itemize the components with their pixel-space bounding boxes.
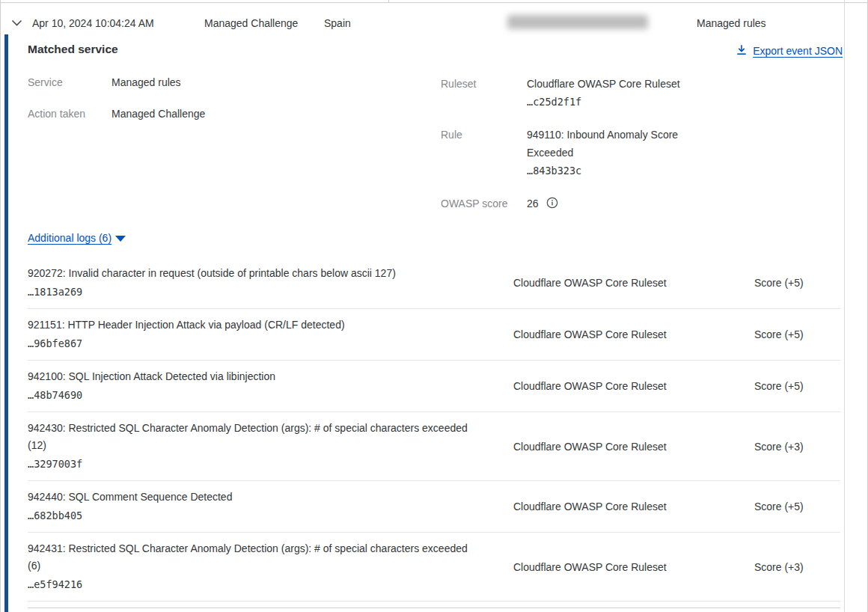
log-row: 942100: SQL Injection Attack Detected vi… <box>28 361 840 412</box>
service-fields: Service Managed rules Action taken Manag… <box>28 75 205 138</box>
export-link-label: Export event JSON <box>753 45 843 57</box>
log-ruleset: Cloudflare OWASP Core Ruleset <box>477 328 716 340</box>
event-timestamp: Apr 10, 2024 10:04:24 AM <box>32 16 154 31</box>
additional-logs-table: 920272: Invalid character in request (ou… <box>28 257 840 602</box>
log-rule-hash: …682bb405 <box>28 507 477 524</box>
field-action-taken: Action taken Managed Challenge <box>28 106 205 122</box>
additional-logs-label: Additional logs (6) <box>28 232 111 244</box>
log-description: 942100: SQL Injection Attack Detected vi… <box>28 370 275 382</box>
owasp-score-value: 26 <box>527 195 539 212</box>
column-divider-tick <box>388 0 389 2</box>
ruleset-fields: Ruleset Cloudflare OWASP Core Ruleset …c… <box>441 75 740 227</box>
log-row: 942430: Restricted SQL Character Anomaly… <box>28 412 840 481</box>
field-label: Ruleset <box>441 75 527 111</box>
download-icon <box>736 44 747 58</box>
log-score: Score (+5) <box>716 277 840 289</box>
field-label: Rule <box>441 126 527 180</box>
log-description: 942440: SQL Comment Sequence Detected <box>28 491 232 503</box>
log-score: Score (+5) <box>716 501 840 512</box>
log-description: 942431: Restricted SQL Character Anomaly… <box>28 542 468 572</box>
additional-logs-toggle[interactable]: Additional logs (6) <box>28 232 126 244</box>
chevron-down-icon <box>11 17 22 28</box>
log-score: Score (+5) <box>716 328 840 340</box>
log-rule-hash: …48b74690 <box>28 386 477 404</box>
ruleset-id-hash: …c25d2f1f <box>527 93 706 111</box>
event-country: Spain <box>324 16 351 31</box>
redacted-host-blur <box>507 15 648 29</box>
field-label: Action taken <box>28 106 111 122</box>
export-event-json-link[interactable]: Export event JSON <box>736 44 843 58</box>
field-value: Managed rules <box>111 75 181 91</box>
event-row[interactable]: Apr 10, 2024 10:04:24 AM Managed Challen… <box>1 3 844 34</box>
owasp-score-info-button[interactable] <box>546 197 558 211</box>
log-rule-hash: …3297003f <box>28 455 477 473</box>
log-row: 942440: SQL Comment Sequence Detected …6… <box>28 481 840 533</box>
rule-id-hash: …843b323c <box>527 162 706 180</box>
log-row: 942431: Restricted SQL Character Anomaly… <box>28 533 840 602</box>
log-description: 921151: HTTP Header Injection Attack via… <box>28 319 345 331</box>
field-label: OWASP score <box>441 195 527 212</box>
field-ruleset: Ruleset Cloudflare OWASP Core Ruleset …c… <box>441 75 740 111</box>
expanded-row-accent-bar <box>4 34 8 612</box>
event-action: Managed Challenge <box>204 16 298 31</box>
field-value: Managed Challenge <box>111 106 205 122</box>
collapse-row-button[interactable] <box>9 16 24 28</box>
log-score: Score (+5) <box>716 380 840 392</box>
log-ruleset: Cloudflare OWASP Core Ruleset <box>477 441 716 453</box>
field-rule: Rule 949110: Inbound Anomaly Score Excee… <box>441 126 740 180</box>
caret-down-icon <box>115 236 126 242</box>
log-score: Score (+3) <box>716 561 840 573</box>
event-service: Managed rules <box>697 16 766 31</box>
event-details-panel: Apr 10, 2024 10:04:24 AM Managed Challen… <box>0 0 868 612</box>
log-description: 942430: Restricted SQL Character Anomaly… <box>28 422 468 451</box>
log-ruleset: Cloudflare OWASP Core Ruleset <box>477 561 716 573</box>
panel-title: Matched service <box>28 43 118 56</box>
right-column-divider <box>844 0 845 612</box>
info-icon <box>546 197 558 211</box>
log-score: Score (+3) <box>716 441 840 453</box>
log-ruleset: Cloudflare OWASP Core Ruleset <box>477 380 716 392</box>
field-owasp-score: OWASP score 26 <box>441 195 740 212</box>
log-ruleset: Cloudflare OWASP Core Ruleset <box>477 501 716 512</box>
log-rule-hash: …1813a269 <box>28 283 477 301</box>
log-row: 920272: Invalid character in request (ou… <box>28 257 840 309</box>
field-label: Service <box>28 75 111 91</box>
field-service: Service Managed rules <box>28 75 205 91</box>
log-rule-hash: …96bfe867 <box>28 334 477 352</box>
log-row: 921151: HTTP Header Injection Attack via… <box>28 309 840 361</box>
rule-name: 949110: Inbound Anomaly Score Exceeded <box>527 126 706 162</box>
ruleset-name: Cloudflare OWASP Core Ruleset <box>527 75 706 93</box>
log-description: 920272: Invalid character in request (ou… <box>28 267 396 279</box>
panel-bottom-border <box>28 608 840 608</box>
log-rule-hash: …e5f94216 <box>28 575 477 593</box>
log-ruleset: Cloudflare OWASP Core Ruleset <box>477 277 716 289</box>
